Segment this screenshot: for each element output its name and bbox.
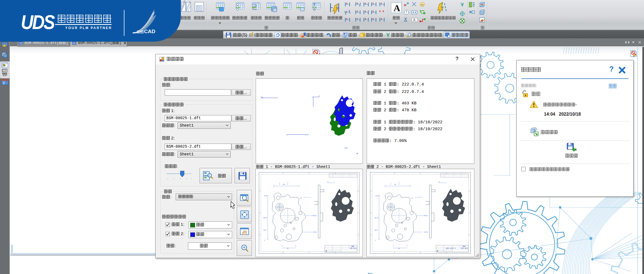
svg-text:13.6: 13.6 (306, 134, 309, 135)
svg-text:76.5: 76.5 (260, 96, 263, 98)
svg-text:?: ? (3, 81, 5, 85)
svg-text:A1: A1 (421, 3, 424, 6)
svg-text:3: 3 (252, 8, 254, 10)
svg-text:18: 18 (318, 95, 320, 97)
svg-text:1: 1 (252, 3, 254, 5)
svg-text:BSM-0025-2: BSM-0025-2 (446, 247, 456, 249)
svg-text:a: a (404, 3, 406, 7)
svg-text:A: A (394, 3, 400, 13)
svg-text:-A-: -A- (412, 18, 416, 21)
svg-text:7: 7 (406, 11, 407, 14)
svg-text:2: 2 (252, 5, 254, 8)
